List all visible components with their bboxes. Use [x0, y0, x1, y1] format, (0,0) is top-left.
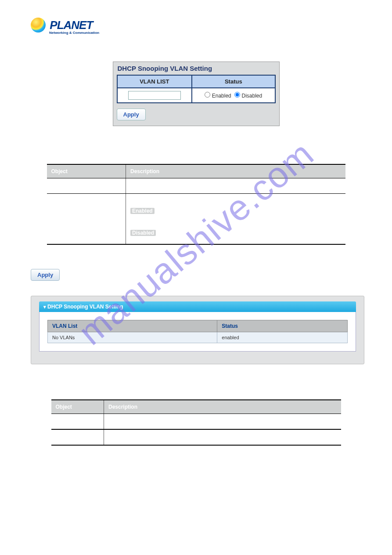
- object-description-table-1: Object Description • VLAN List Indicates…: [47, 164, 345, 245]
- logo-globe-icon: [31, 18, 46, 33]
- figure-caption-1: Figure 4-9-37 DHCP Snooping VLAN Setting…: [31, 135, 361, 141]
- t2-h-object: Object: [51, 400, 104, 414]
- t1-r2-desc: Indicates the DHCP snooping mode operati…: [126, 194, 345, 245]
- vlan-setting-table: VLAN LIST Status Enabled Disabled: [117, 75, 276, 103]
- logo-brand: PLANET: [50, 18, 93, 32]
- status-disabled-option[interactable]: Disabled: [234, 93, 262, 99]
- p2-row-vlan: No VLANs: [48, 332, 217, 343]
- screenshot-panel-vlan-status: DHCP Snooping VLAN Setting VLAN List Sta…: [31, 296, 364, 364]
- t2-r1-desc: Display the current VLAN list.: [104, 414, 341, 430]
- intro-text-2: The page includes the following fields:: [31, 387, 361, 393]
- p2-row-status: enabled: [217, 332, 348, 343]
- t2-r2-object: • Status: [51, 429, 104, 445]
- figure-caption-2: Figure 4-9-38 DHCP Snooping VLAN Setting…: [31, 370, 361, 377]
- opt-enabled-desc: : Enable DHCP snooping mode operation. W…: [130, 208, 339, 226]
- header-subtitle: User's Manual of WGSW-48040HP: [277, 29, 352, 34]
- buttons-heading: Buttons: [31, 254, 361, 261]
- t2-r2-desc: Display the current status.: [104, 429, 341, 445]
- vlan-list-input[interactable]: [128, 91, 181, 100]
- object-description-table-2: Object Description • VLAN List Display t…: [51, 399, 341, 446]
- page-number: 299: [31, 463, 361, 468]
- panel-title: DHCP Snooping VLAN Setting: [113, 62, 279, 75]
- apply-button-desc: : Click to apply changes.: [61, 272, 118, 278]
- t2-r1-object: • VLAN List: [51, 414, 104, 430]
- apply-button[interactable]: Apply: [117, 109, 146, 120]
- radio-disabled[interactable]: [234, 92, 240, 98]
- col-status: Status: [192, 75, 275, 88]
- t1-r1-object: • VLAN List: [47, 178, 126, 194]
- status-enabled-option[interactable]: Enabled: [205, 93, 231, 99]
- intro-text-1: The page includes the following fields:: [31, 152, 361, 158]
- t1-h-object: Object: [47, 164, 126, 178]
- apply-button-example[interactable]: Apply: [31, 269, 60, 281]
- radio-enabled-label: Enabled: [212, 93, 231, 99]
- vlan-status-table: VLAN List Status No VLANs enabled: [47, 320, 348, 343]
- col-vlan-list: VLAN LIST: [117, 75, 192, 88]
- t1-h-description: Description: [126, 164, 345, 178]
- screenshot-panel-vlan-setting: DHCP Snooping VLAN Setting VLAN LIST Sta…: [113, 62, 280, 126]
- t1-r2-opt-disabled: Disabled: Disable DHCP snooping mode ope…: [130, 230, 341, 236]
- t1-r2-object: • Status: [47, 194, 126, 245]
- t2-h-description: Description: [104, 400, 341, 414]
- t1-r2-opt-enabled: Enabled: Enable DHCP snooping mode opera…: [130, 208, 341, 226]
- page-header: PLANET Networking & Communication User's…: [31, 18, 361, 44]
- t1-r2-line1: Indicates the DHCP snooping mode operati…: [130, 198, 341, 204]
- t1-r1-desc: Indicates the ID of this particular VLAN…: [126, 178, 345, 194]
- opt-enabled-label: Enabled: [130, 208, 155, 214]
- panel2-header[interactable]: DHCP Snooping VLAN Setting: [39, 301, 356, 312]
- radio-enabled[interactable]: [205, 92, 210, 98]
- p2-col-status: Status: [217, 320, 348, 332]
- radio-disabled-label: Disabled: [241, 93, 262, 99]
- p2-col-vlan: VLAN List: [48, 320, 217, 332]
- opt-disabled-label: Disabled: [130, 230, 156, 236]
- opt-disabled-desc: : Disable DHCP snooping mode operation.: [156, 230, 255, 236]
